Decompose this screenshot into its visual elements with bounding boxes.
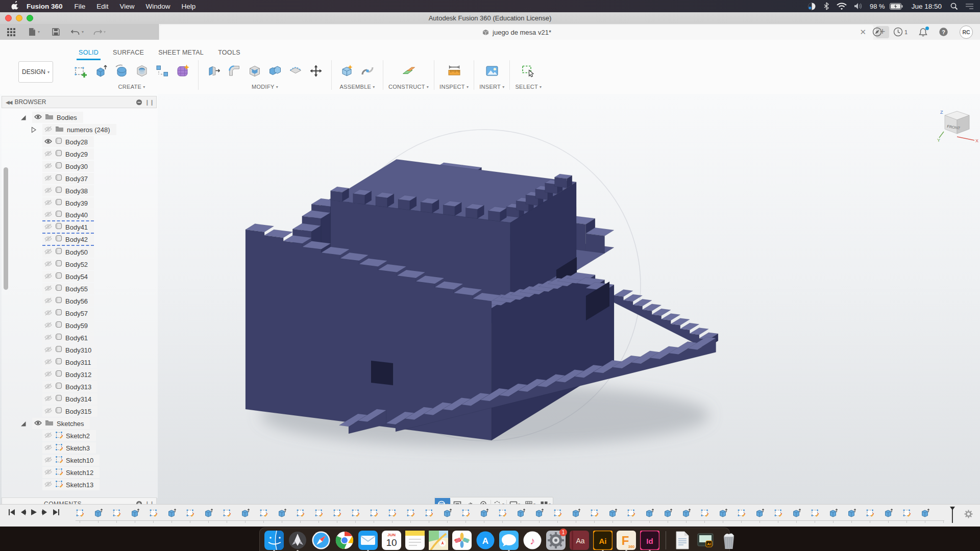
wifi-icon[interactable]	[837, 3, 847, 10]
tree-row-sketch2[interactable]: Sketch2	[2, 430, 157, 442]
browser-options-icon[interactable]	[136, 99, 142, 106]
visibility-toggle[interactable]	[44, 370, 52, 379]
timeline-play-button[interactable]	[31, 509, 37, 516]
ribbon-group-label-create[interactable]: CREATE▾	[118, 84, 145, 90]
menu-clock[interactable]: Jue 18:50	[912, 3, 942, 10]
tree-row-sketch13[interactable]: Sketch13	[2, 479, 157, 491]
visibility-toggle[interactable]	[44, 162, 52, 171]
expand-closed-icon[interactable]	[30, 127, 37, 133]
timeline-feature-23-extrude[interactable]	[480, 508, 489, 518]
visibility-toggle[interactable]	[44, 443, 52, 453]
visibility-toggle[interactable]	[44, 345, 52, 355]
timeline-feature-34-extrude[interactable]	[682, 508, 691, 518]
dock-item-ai-document[interactable]: Ai	[695, 530, 716, 550]
timeline-feature-9-sketch[interactable]	[223, 508, 232, 518]
timeline-feature-42-extrude[interactable]	[829, 508, 838, 518]
timeline-feature-11-sketch[interactable]	[259, 508, 268, 518]
timeline-feature-20-sketch[interactable]	[425, 508, 434, 518]
visibility-toggle[interactable]	[34, 419, 42, 428]
ribbon-group-label-assemble[interactable]: ASSEMBLE▾	[339, 84, 375, 90]
timeline-position-marker[interactable]	[949, 506, 955, 524]
timeline-track[interactable]	[76, 507, 944, 524]
visibility-toggle[interactable]	[44, 394, 52, 404]
dock-item-launchpad[interactable]	[287, 530, 308, 550]
visibility-toggle[interactable]	[44, 284, 52, 293]
tree-row-body315[interactable]: Body315	[2, 405, 157, 417]
spotlight-search-icon[interactable]	[950, 3, 958, 10]
document-tab[interactable]: juego de mesa v21* ✕	[160, 25, 873, 40]
menu-item-window[interactable]: Window	[140, 3, 176, 10]
dock-item-finder[interactable]	[264, 530, 284, 550]
timeline-go-end-button[interactable]	[53, 509, 60, 516]
timeline-feature-16-sketch[interactable]	[351, 508, 360, 518]
timeline-feature-38-extrude[interactable]	[755, 508, 765, 518]
expand-open-icon[interactable]	[20, 114, 27, 121]
timeline-step-forward-button[interactable]	[42, 509, 48, 516]
dock-item-photos[interactable]	[452, 530, 472, 550]
browser-scrollbar-thumb[interactable]	[4, 167, 8, 290]
measure-button[interactable]	[446, 62, 463, 80]
timeline-feature-40-extrude[interactable]	[792, 508, 801, 518]
revolve-button[interactable]	[113, 62, 130, 80]
timeline-feature-18-sketch[interactable]	[388, 508, 397, 518]
tree-row-body314[interactable]: Body314	[2, 393, 157, 405]
display-toggle-icon[interactable]	[807, 2, 816, 11]
panel-grip-icon[interactable]: ❙❙	[145, 99, 154, 106]
tab-tools[interactable]: TOOLS	[211, 49, 248, 60]
timeline-feature-10-extrude[interactable]	[241, 508, 250, 518]
fillet-button[interactable]	[226, 62, 243, 80]
ribbon-group-label-select[interactable]: SELECT▾	[515, 84, 542, 90]
tree-row-body37[interactable]: Body37	[2, 172, 157, 185]
tree-row-sketch3[interactable]: Sketch3	[2, 442, 157, 454]
timeline-feature-21-extrude[interactable]	[443, 508, 452, 518]
visibility-toggle[interactable]	[44, 260, 52, 269]
timeline-feature-7-sketch[interactable]	[186, 508, 195, 518]
visibility-toggle[interactable]	[34, 113, 42, 122]
menu-app-name[interactable]: Fusion 360	[27, 3, 63, 10]
timeline-feature-2-extrude[interactable]	[94, 508, 103, 518]
timeline-feature-30-extrude[interactable]	[608, 508, 618, 518]
tree-row-body30[interactable]: Body30	[2, 160, 157, 172]
notification-center-icon[interactable]	[965, 3, 974, 10]
split-body-button[interactable]	[287, 62, 304, 80]
dock-item-fusion-360[interactable]: F360	[616, 530, 636, 550]
notifications-bell-icon[interactable]	[919, 28, 927, 37]
create-sketch-button[interactable]	[72, 62, 89, 80]
tree-row-body55[interactable]: Body55	[2, 283, 157, 295]
timeline-feature-24-sketch[interactable]	[498, 508, 507, 518]
ribbon-group-label-insert[interactable]: INSERT▾	[479, 84, 504, 90]
dock-item-illustrator[interactable]: Ai	[593, 530, 613, 550]
tree-row-sketches[interactable]: Sketches	[2, 417, 157, 430]
dock-item-mail[interactable]	[358, 530, 378, 550]
tree-row-body50[interactable]: Body50	[2, 246, 157, 258]
help-icon[interactable]: ?	[939, 27, 948, 37]
timeline-feature-14-sketch[interactable]	[314, 508, 324, 518]
timeline-feature-1-sketch[interactable]	[76, 508, 85, 518]
visibility-toggle[interactable]	[44, 407, 52, 416]
timeline-feature-47-extrude[interactable]	[921, 508, 930, 518]
visibility-toggle[interactable]	[44, 309, 52, 318]
timeline-feature-29-sketch[interactable]	[590, 508, 599, 518]
construction-plane-button[interactable]	[400, 62, 418, 80]
timeline-feature-26-extrude[interactable]	[535, 508, 544, 518]
tree-row-body61[interactable]: Body61	[2, 332, 157, 344]
dock-item-safari[interactable]	[311, 530, 331, 550]
dock-item-messages[interactable]	[499, 530, 519, 550]
dock-item-system-preferences[interactable]: 1	[546, 530, 566, 550]
tree-row-body56[interactable]: Body56	[2, 295, 157, 307]
dock-item-music[interactable]: ♪	[522, 530, 543, 550]
timeline-feature-33-extrude[interactable]	[664, 508, 673, 518]
apple-menu-icon[interactable]	[7, 1, 22, 11]
timeline-feature-37-sketch[interactable]	[737, 508, 746, 518]
app-grid-icon[interactable]	[7, 28, 15, 36]
visibility-toggle[interactable]	[44, 321, 52, 330]
visibility-toggle[interactable]	[44, 382, 52, 391]
undo-button[interactable]: ▾	[71, 28, 84, 36]
timeline-feature-3-sketch[interactable]	[112, 508, 121, 518]
timeline-feature-15-sketch[interactable]	[333, 508, 342, 518]
volume-icon[interactable]	[854, 3, 863, 10]
ribbon-group-label-modify[interactable]: MODIFY▾	[252, 84, 278, 90]
visibility-toggle[interactable]	[44, 125, 52, 134]
joint-button[interactable]	[359, 62, 376, 80]
browser-scrollbar[interactable]	[4, 112, 8, 495]
